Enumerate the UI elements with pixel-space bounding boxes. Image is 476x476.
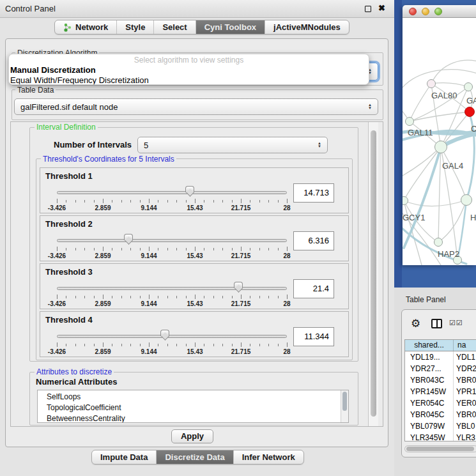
column-header-name[interactable]: na	[454, 340, 476, 351]
network-node[interactable]	[464, 107, 475, 117]
option-equal-width-frequency[interactable]: Equal Width/Frequency Discretization	[9, 75, 369, 85]
tab-network-label: Network	[75, 22, 108, 32]
table-data-combo[interactable]: galFiltered.sif default node ▲▼	[14, 98, 378, 115]
attribute-selfloops[interactable]: SelfLoops	[38, 390, 348, 403]
interval-definition-title: Interval Definition	[35, 123, 98, 132]
slider-thumb[interactable]	[185, 186, 194, 192]
threshold-4-value[interactable]: 11.344	[293, 327, 334, 346]
threshold-1-value[interactable]: 14.713	[293, 183, 334, 203]
table-header-row: shared... na	[405, 340, 476, 351]
tab-infer-network[interactable]: Infer Network	[233, 450, 303, 464]
select-columns-icon[interactable]: ☑☑	[449, 319, 463, 327]
attribute-topologicalcoefficient[interactable]: TopologicalCoefficient	[38, 403, 348, 413]
node-label: H	[470, 213, 476, 222]
slider-tick-labels: -3.4262.8599.14415.4321.71528	[57, 300, 287, 308]
table-row[interactable]: YLR345WYLR3	[405, 432, 476, 441]
bottom-tab-bar: Impute Data Discretize Data Infer Networ…	[91, 450, 304, 464]
slider-track[interactable]	[57, 335, 287, 338]
slider-ticks	[57, 295, 287, 300]
algorithm-hint: Select algorithm to view settings	[9, 54, 369, 65]
control-panel-titlebar: Control Panel ✖	[0, 0, 394, 18]
tab-cyni-toolbox[interactable]: Cyni Toolbox	[196, 20, 265, 34]
threshold-2-label: Threshold 2	[45, 219, 93, 229]
threshold-row-3: Threshold 3 -3.4262.8599.14415.4321.7152…	[40, 263, 349, 309]
close-icon[interactable]: ✖	[378, 3, 385, 13]
number-of-intervals-value: 5	[144, 141, 148, 150]
slider-thumb[interactable]	[234, 282, 243, 288]
threshold-row-1: Threshold 1 -3.4262.8599.14415.4321.7152…	[40, 167, 349, 213]
tab-network[interactable]: Network	[55, 20, 116, 34]
split-columns-icon[interactable]	[431, 319, 442, 328]
table-row[interactable]: YDL19...YDL1	[405, 351, 476, 363]
settings-vertical-scrollbar[interactable]	[368, 122, 378, 426]
attributes-group-title: Attributes to discretize	[35, 367, 114, 376]
slider-tick-labels: -3.4262.8599.14415.4321.71528	[57, 204, 287, 212]
close-traffic-light-icon[interactable]	[409, 8, 417, 15]
threshold-3-slider: -3.4262.8599.14415.4321.71528	[57, 282, 287, 309]
network-view-frame: GAL80GACGAL11GAL4GCY1HHAP2	[394, 0, 476, 288]
tab-discretize-data[interactable]: Discretize Data	[156, 450, 233, 464]
option-manual-discretization[interactable]: Manual Discretization	[9, 65, 369, 75]
node-label: HAP2	[438, 249, 459, 259]
tab-style[interactable]: Style	[116, 20, 153, 34]
table-horizontal-scrollbar[interactable]	[404, 445, 476, 452]
slider-thumb[interactable]	[124, 234, 133, 240]
table-panel-title: Table Panel	[406, 295, 446, 304]
slider-thumb[interactable]	[160, 330, 169, 336]
right-area: GAL80GACGAL11GAL4GCY1HHAP2 Table Panel ⚙…	[394, 0, 476, 476]
tab-jactivemnodules[interactable]: jActiveMNodules	[265, 20, 349, 34]
table-panel-area: Table Panel ⚙ ☑☑ shared... na YDL19...YD…	[394, 288, 476, 476]
number-of-intervals-combo[interactable]: 5 ▲▼	[137, 137, 328, 153]
node-label: GAL80	[431, 91, 457, 100]
threshold-row-4: Threshold 4 -3.4262.8599.14415.4321.7152…	[40, 311, 349, 357]
threshold-4-slider: -3.4262.8599.14415.4321.71528	[57, 330, 287, 357]
table-row[interactable]: YBL079WYBL0	[405, 420, 476, 432]
tab-select[interactable]: Select	[153, 20, 195, 34]
slider-ticks	[57, 199, 287, 204]
network-canvas[interactable]: GAL80GACGAL11GAL4GCY1HHAP2	[403, 18, 476, 265]
threshold-3-value[interactable]: 21.4	[293, 279, 334, 298]
attribute-betweennesscentrality[interactable]: BetweennessCentrality	[38, 413, 348, 423]
apply-button[interactable]: Apply	[171, 429, 213, 443]
minimize-traffic-light-icon[interactable]	[422, 8, 429, 15]
column-header-shared-name[interactable]: shared...	[405, 340, 454, 351]
table-row[interactable]: YPR145WYPR1	[405, 386, 476, 397]
slider-ticks	[57, 342, 287, 348]
table-row[interactable]: YDR27...YDR2	[405, 363, 476, 374]
slider-track[interactable]	[57, 287, 287, 290]
tab-impute-data[interactable]: Impute Data	[92, 450, 156, 464]
zoom-traffic-light-icon[interactable]	[434, 8, 442, 15]
table-row[interactable]: YBR045CYBR0	[405, 409, 476, 420]
slider-tick-labels: -3.4262.8599.14415.4321.71528	[57, 348, 287, 356]
node-label: GA	[466, 96, 476, 105]
network-node[interactable]	[464, 82, 473, 91]
numerical-attributes-list: SelfLoops TopologicalCoefficient Between…	[37, 390, 349, 423]
combo-stepper-icon: ▲▼	[364, 104, 372, 110]
table-body: YDL19...YDL1YDR27...YDR2YBR043CYBR0YPR14…	[405, 351, 476, 441]
float-window-icon[interactable]	[365, 6, 371, 12]
node-table: shared... na YDL19...YDL1YDR27...YDR2YBR…	[404, 339, 476, 441]
table-row[interactable]: YER054CYER0	[405, 397, 476, 409]
slider-track[interactable]	[57, 191, 287, 194]
network-node[interactable]	[434, 238, 443, 247]
attributes-scrollbar[interactable]	[341, 390, 348, 422]
slider-track[interactable]	[57, 239, 287, 242]
table-toolbar: ⚙ ☑☑	[402, 315, 476, 334]
node-label: GAL4	[442, 161, 463, 171]
slider-tick-labels: -3.4262.8599.14415.4321.71528	[57, 252, 287, 260]
network-node[interactable]	[434, 141, 447, 153]
network-node[interactable]	[427, 79, 436, 88]
threshold-2-slider: -3.4262.8599.14415.4321.71528	[57, 234, 287, 261]
node-label: C	[471, 124, 476, 134]
panel-title: Control Panel	[5, 4, 56, 13]
table-row[interactable]: YBR043CYBR0	[405, 374, 476, 386]
thresholds-group-title: Threshold's Coordinates for 5 Intervals	[41, 155, 176, 164]
threshold-2-value[interactable]: 6.316	[293, 231, 334, 250]
network-node[interactable]	[405, 117, 414, 126]
gear-icon[interactable]: ⚙	[411, 317, 420, 330]
threshold-1-slider: -3.4262.8599.14415.4321.71528	[57, 186, 287, 213]
threshold-1-label: Threshold 1	[45, 171, 93, 181]
table-panel: ⚙ ☑☑ shared... na YDL19...YDL1YDR27...YD…	[401, 309, 476, 457]
network-window-titlebar	[403, 5, 476, 18]
network-node[interactable]	[461, 194, 472, 206]
